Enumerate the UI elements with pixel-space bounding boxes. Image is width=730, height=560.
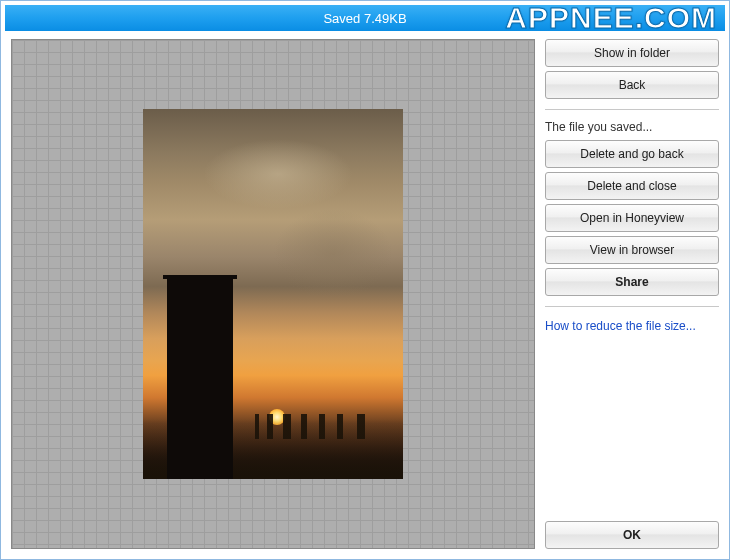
open-in-honeyview-button[interactable]: Open in Honeyview	[545, 204, 719, 232]
image-decoration	[167, 279, 233, 479]
image-preview-pane[interactable]	[11, 39, 535, 549]
delete-and-close-button[interactable]: Delete and close	[545, 172, 719, 200]
titlebar: Saved 7.49KB APPNEE.COM	[5, 5, 725, 31]
divider	[545, 109, 719, 110]
ok-button[interactable]: OK	[545, 521, 719, 549]
delete-and-go-back-button[interactable]: Delete and go back	[545, 140, 719, 168]
divider	[545, 306, 719, 307]
section-label-file-saved: The file you saved...	[545, 118, 719, 136]
show-in-folder-button[interactable]: Show in folder	[545, 39, 719, 67]
image-decoration	[273, 209, 393, 299]
titlebar-text: Saved 7.49KB	[5, 11, 725, 26]
preview-image	[143, 109, 403, 479]
side-panel: Show in folder Back The file you saved..…	[545, 39, 719, 549]
back-button[interactable]: Back	[545, 71, 719, 99]
reduce-file-size-link[interactable]: How to reduce the file size...	[545, 315, 719, 337]
image-decoration	[203, 139, 353, 209]
dialog-window: Saved 7.49KB APPNEE.COM Show in folder B…	[0, 0, 730, 560]
view-in-browser-button[interactable]: View in browser	[545, 236, 719, 264]
spacer	[545, 341, 719, 517]
share-button[interactable]: Share	[545, 268, 719, 296]
content-area: Show in folder Back The file you saved..…	[5, 31, 725, 555]
